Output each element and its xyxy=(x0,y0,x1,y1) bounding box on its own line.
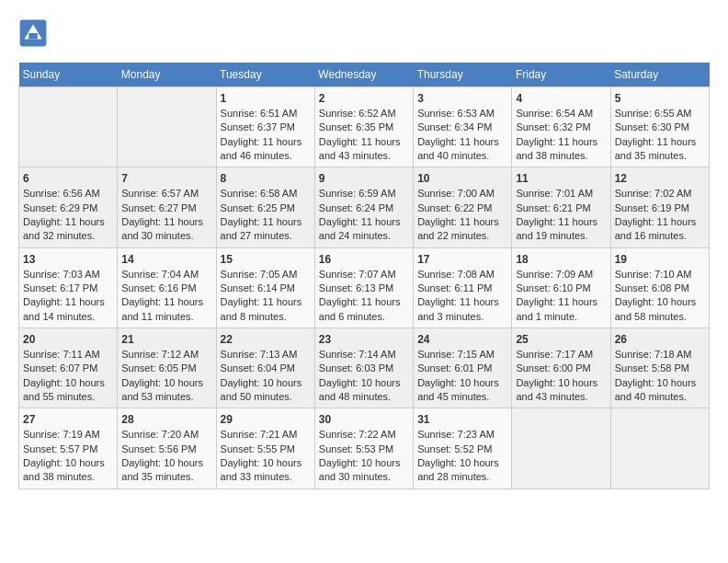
calendar-cell: 7Sunrise: 6:57 AMSunset: 6:27 PMDaylight… xyxy=(118,167,216,247)
day-info: Daylight: 11 hours and 32 minutes. xyxy=(23,215,113,244)
day-number: 27 xyxy=(23,412,113,428)
day-info: Daylight: 10 hours and 58 minutes. xyxy=(615,295,705,324)
day-info: Daylight: 11 hours and 43 minutes. xyxy=(319,135,409,164)
day-info: Sunrise: 7:03 AM xyxy=(23,268,113,282)
day-number: 3 xyxy=(417,91,507,107)
day-number: 28 xyxy=(121,412,211,428)
calendar-cell: 3Sunrise: 6:53 AMSunset: 6:34 PMDaylight… xyxy=(414,87,512,167)
calendar-cell: 1Sunrise: 6:51 AMSunset: 6:37 PMDaylight… xyxy=(216,87,314,167)
calendar-cell: 14Sunrise: 7:04 AMSunset: 6:16 PMDayligh… xyxy=(118,247,216,327)
calendar-cell: 25Sunrise: 7:17 AMSunset: 6:00 PMDayligh… xyxy=(512,328,610,408)
day-info: Daylight: 10 hours and 43 minutes. xyxy=(516,376,606,405)
day-info: Daylight: 10 hours and 40 minutes. xyxy=(615,376,705,405)
calendar-cell: 11Sunrise: 7:01 AMSunset: 6:21 PMDayligh… xyxy=(512,167,610,247)
calendar-cell: 28Sunrise: 7:20 AMSunset: 5:56 PMDayligh… xyxy=(118,408,216,488)
day-number: 30 xyxy=(319,412,409,428)
day-info: Sunset: 6:19 PM xyxy=(615,201,705,215)
day-number: 26 xyxy=(615,332,705,348)
day-info: Sunset: 6:07 PM xyxy=(23,362,113,375)
calendar-cell: 24Sunrise: 7:15 AMSunset: 6:01 PMDayligh… xyxy=(414,328,512,408)
day-info: Sunrise: 6:51 AM xyxy=(221,107,311,121)
day-info: Sunrise: 7:10 AM xyxy=(615,268,705,282)
day-info: Sunset: 6:24 PM xyxy=(319,201,409,215)
day-info: Sunset: 6:08 PM xyxy=(615,282,705,295)
day-number: 17 xyxy=(417,252,507,268)
day-info: Sunset: 6:32 PM xyxy=(516,121,606,134)
day-info: Sunset: 6:13 PM xyxy=(319,282,409,295)
day-info: Sunrise: 6:52 AM xyxy=(319,107,409,121)
day-info: Daylight: 10 hours and 48 minutes. xyxy=(319,376,409,405)
page-header xyxy=(18,18,710,48)
day-info: Daylight: 10 hours and 50 minutes. xyxy=(221,376,311,405)
day-number: 16 xyxy=(319,252,409,268)
day-info: Sunset: 6:17 PM xyxy=(23,282,113,295)
day-number: 31 xyxy=(417,412,507,428)
calendar-cell: 17Sunrise: 7:08 AMSunset: 6:11 PMDayligh… xyxy=(414,247,512,327)
day-info: Sunset: 6:35 PM xyxy=(319,121,409,134)
day-info: Daylight: 11 hours and 27 minutes. xyxy=(221,215,311,244)
day-info: Sunset: 6:21 PM xyxy=(516,201,606,215)
day-info: Daylight: 11 hours and 30 minutes. xyxy=(121,215,211,244)
calendar-cell: 2Sunrise: 6:52 AMSunset: 6:35 PMDaylight… xyxy=(314,87,413,167)
day-info: Sunset: 6:25 PM xyxy=(221,201,311,215)
day-info: Sunrise: 7:17 AM xyxy=(516,348,606,362)
day-number: 5 xyxy=(615,91,705,107)
day-number: 23 xyxy=(319,332,409,348)
day-info: Daylight: 10 hours and 45 minutes. xyxy=(417,376,507,405)
day-number: 13 xyxy=(23,252,113,268)
day-info: Sunset: 5:58 PM xyxy=(615,362,705,375)
calendar-cell: 26Sunrise: 7:18 AMSunset: 5:58 PMDayligh… xyxy=(610,328,709,408)
day-info: Sunrise: 6:57 AM xyxy=(121,187,211,201)
day-number: 1 xyxy=(221,91,311,107)
day-info: Sunrise: 7:19 AM xyxy=(23,428,113,442)
calendar-cell: 10Sunrise: 7:00 AMSunset: 6:22 PMDayligh… xyxy=(414,167,512,247)
day-info: Sunrise: 7:05 AM xyxy=(221,268,311,282)
calendar-cell xyxy=(512,408,610,488)
logo-icon xyxy=(18,18,48,48)
day-info: Sunset: 6:14 PM xyxy=(221,282,311,295)
day-info: Daylight: 11 hours and 35 minutes. xyxy=(615,135,705,164)
calendar-cell: 27Sunrise: 7:19 AMSunset: 5:57 PMDayligh… xyxy=(19,408,118,488)
day-number: 6 xyxy=(23,171,113,187)
day-info: Sunrise: 6:53 AM xyxy=(417,107,507,121)
calendar-cell: 19Sunrise: 7:10 AMSunset: 6:08 PMDayligh… xyxy=(610,247,709,327)
calendar-week-row: 13Sunrise: 7:03 AMSunset: 6:17 PMDayligh… xyxy=(19,247,710,327)
calendar-cell: 18Sunrise: 7:09 AMSunset: 6:10 PMDayligh… xyxy=(512,247,610,327)
calendar-cell xyxy=(610,408,709,488)
day-info: Daylight: 11 hours and 8 minutes. xyxy=(221,295,311,324)
day-info: Sunset: 5:52 PM xyxy=(417,442,507,456)
calendar-cell: 22Sunrise: 7:13 AMSunset: 6:04 PMDayligh… xyxy=(216,328,314,408)
calendar-week-row: 27Sunrise: 7:19 AMSunset: 5:57 PMDayligh… xyxy=(19,408,710,488)
day-info: Sunrise: 7:04 AM xyxy=(121,268,211,282)
day-info: Sunset: 6:03 PM xyxy=(319,362,409,375)
day-info: Sunset: 5:56 PM xyxy=(121,442,211,456)
weekday-header: Monday xyxy=(118,63,216,87)
calendar-cell: 21Sunrise: 7:12 AMSunset: 6:05 PMDayligh… xyxy=(118,328,216,408)
day-number: 15 xyxy=(221,252,311,268)
day-info: Daylight: 10 hours and 33 minutes. xyxy=(221,456,311,485)
day-info: Sunrise: 7:23 AM xyxy=(417,428,507,442)
day-info: Sunrise: 6:55 AM xyxy=(615,107,705,121)
day-info: Sunset: 6:22 PM xyxy=(417,201,507,215)
calendar-cell: 8Sunrise: 6:58 AMSunset: 6:25 PMDaylight… xyxy=(216,167,314,247)
day-info: Sunrise: 7:13 AM xyxy=(221,348,311,362)
day-info: Daylight: 11 hours and 38 minutes. xyxy=(516,135,606,164)
calendar-cell: 30Sunrise: 7:22 AMSunset: 5:53 PMDayligh… xyxy=(314,408,413,488)
day-info: Daylight: 11 hours and 3 minutes. xyxy=(417,295,507,324)
day-number: 24 xyxy=(417,332,507,348)
calendar-table: SundayMondayTuesdayWednesdayThursdayFrid… xyxy=(18,63,710,489)
day-info: Daylight: 10 hours and 28 minutes. xyxy=(417,456,507,485)
day-number: 2 xyxy=(319,91,409,107)
day-info: Sunrise: 7:02 AM xyxy=(615,187,705,201)
calendar-cell: 15Sunrise: 7:05 AMSunset: 6:14 PMDayligh… xyxy=(216,247,314,327)
day-info: Daylight: 11 hours and 14 minutes. xyxy=(23,295,113,324)
day-info: Daylight: 11 hours and 6 minutes. xyxy=(319,295,409,324)
day-info: Sunset: 6:10 PM xyxy=(516,282,606,295)
weekday-header: Thursday xyxy=(414,63,512,87)
weekday-header: Tuesday xyxy=(216,63,314,87)
calendar-cell: 12Sunrise: 7:02 AMSunset: 6:19 PMDayligh… xyxy=(610,167,709,247)
day-info: Sunset: 6:16 PM xyxy=(121,282,211,295)
day-info: Sunset: 6:30 PM xyxy=(615,121,705,134)
day-info: Sunrise: 7:14 AM xyxy=(319,348,409,362)
day-info: Sunrise: 7:09 AM xyxy=(516,268,606,282)
